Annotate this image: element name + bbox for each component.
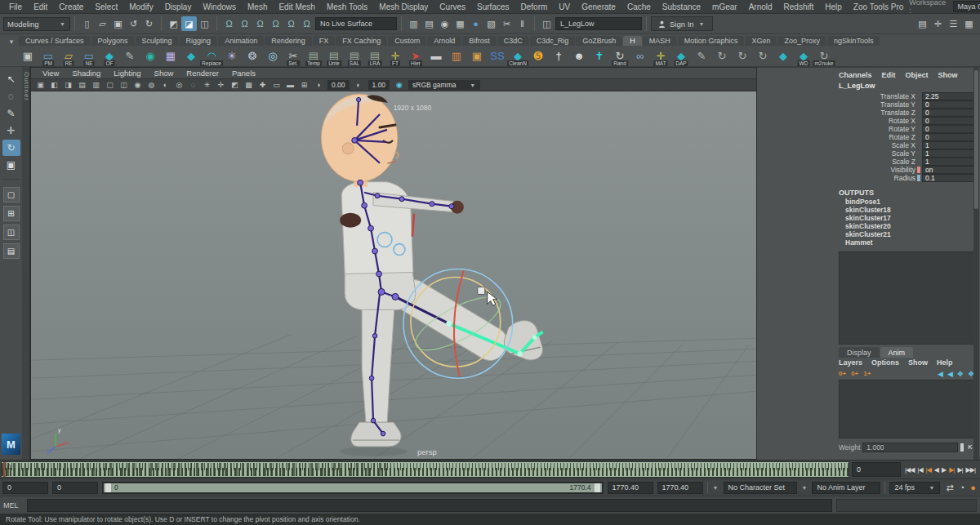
layer-editor-menu[interactable]: Help	[937, 358, 962, 367]
depth-of-field-icon[interactable]: ✛	[214, 79, 228, 91]
channel-box-scrollbar[interactable]	[973, 68, 979, 460]
channel-box-menu[interactable]: Channels	[839, 71, 882, 79]
menu-item[interactable]: Generate	[576, 2, 621, 11]
sal-icon[interactable]: ▤ SAL	[345, 46, 364, 66]
output-node[interactable]: bindPose1	[839, 198, 974, 206]
menu-item[interactable]: Create	[53, 2, 89, 11]
shelf-tab[interactable]: FX	[313, 36, 336, 46]
menu-item[interactable]: Zoo Tools Pro	[848, 2, 910, 11]
roller-icon[interactable]: ▬	[426, 46, 446, 66]
shelf-tab[interactable]: Bifrost	[462, 36, 497, 46]
render-view-icon[interactable]: ▥	[406, 16, 421, 31]
menu-item[interactable]: mGear	[706, 2, 743, 11]
five-coin-icon[interactable]: ➎	[528, 46, 548, 66]
snap-grid-icon[interactable]: Ω	[221, 16, 237, 31]
cluster-icon[interactable]: ❂	[243, 46, 262, 66]
mat-icon[interactable]: ✛ MAT	[651, 46, 670, 66]
command-language-toggle[interactable]: MEL	[3, 501, 23, 509]
go-to-start-button[interactable]: |◀◀	[904, 466, 915, 474]
cyan-cross-icon[interactable]: ✝	[590, 46, 609, 66]
multisample-icon[interactable]: ✳	[200, 79, 214, 91]
layer-editor-tab[interactable]: Anim	[880, 347, 914, 358]
shelf-tab[interactable]: C3dC	[497, 36, 529, 46]
command-input[interactable]	[27, 499, 832, 512]
go-to-end-button[interactable]: ▶▶|	[965, 466, 976, 474]
shelf-tab[interactable]: Motion Graphics	[678, 36, 745, 46]
brush-icon[interactable]: ✎	[120, 46, 140, 66]
hier-icon[interactable]: ➤ Hier	[406, 46, 425, 66]
channel-box-object-name[interactable]: L_LegLow	[839, 82, 974, 92]
outliner-strip[interactable]: Outliner	[22, 67, 30, 460]
cleann-icon[interactable]: ◆ CleanN	[508, 46, 528, 66]
menu-item[interactable]: Substance	[657, 2, 706, 11]
lock-camera-icon[interactable]: ◧	[47, 79, 61, 91]
modeling-toolkit-icon[interactable]: ▤	[915, 16, 930, 31]
channel-box-menu[interactable]: Edit	[882, 71, 906, 79]
step-back-frame-button[interactable]: |◀	[925, 466, 932, 474]
shelf-gear-icon[interactable]: ▾	[5, 38, 18, 46]
single-pane-layout[interactable]: ▢	[3, 187, 20, 202]
playback-end-field[interactable]: 1770.40	[608, 482, 653, 494]
snowflake-icon[interactable]: ✳	[222, 46, 242, 66]
create-layer-from-selected-icon[interactable]: 0+	[851, 370, 858, 377]
step-forward-frame-button[interactable]: ▶|	[948, 466, 955, 474]
menu-item[interactable]: Mesh Display	[373, 2, 434, 11]
pause-viewport-icon[interactable]: ‖	[514, 16, 530, 31]
menu-item[interactable]: Redshift	[778, 2, 820, 11]
shadows-icon[interactable]: ◐	[158, 79, 172, 91]
channel-box-toggle-icon[interactable]: ☰	[946, 16, 961, 31]
dual-panel-icon[interactable]: ◫	[539, 16, 555, 31]
auto-key-icon[interactable]: ●	[969, 483, 978, 492]
menu-set-dropdown[interactable]: Modeling ▼	[3, 17, 70, 31]
divider[interactable]	[216, 16, 217, 31]
menu-item[interactable]: Windows	[197, 2, 242, 11]
play-forwards-button[interactable]: ▶	[941, 466, 947, 474]
current-frame-field[interactable]: 0	[852, 462, 901, 477]
shelf-tab[interactable]: Rigging	[180, 36, 218, 46]
shelf-tab[interactable]: Animation	[218, 36, 264, 46]
maya2-icon[interactable]: ◆	[773, 46, 793, 66]
motion-blur-icon[interactable]: ◌	[186, 79, 200, 91]
range-start-handle[interactable]	[105, 483, 111, 492]
render-settings-icon[interactable]: ▦	[452, 16, 468, 31]
sign-in-button[interactable]: Sign In ▼	[651, 16, 713, 31]
range-end-handle[interactable]	[595, 483, 600, 492]
workspace-select[interactable]: Maya Classic* ▼	[953, 1, 980, 12]
plug-icon[interactable]: ▥	[447, 46, 466, 66]
paint-select-tool[interactable]: ✎	[2, 105, 20, 122]
paint-effects-icon[interactable]: ✂	[499, 16, 514, 31]
divider[interactable]	[534, 16, 535, 31]
play-backwards-button[interactable]: ◀	[933, 466, 939, 474]
pen-icon[interactable]: ✎	[692, 46, 711, 66]
menu-item[interactable]: Modify	[123, 2, 158, 11]
shelf-tab[interactable]: XGen	[745, 36, 777, 46]
viewport-canvas[interactable]: y 1920 x 1080 persp	[31, 91, 756, 459]
viewport-menu[interactable]: Panels	[225, 69, 262, 78]
viewport-menu[interactable]: View	[36, 69, 65, 78]
isolate-select-icon[interactable]: ◩	[228, 79, 242, 91]
maya-app-icon[interactable]: ◆	[181, 46, 201, 66]
playback-start-field[interactable]: 0	[52, 482, 98, 494]
output-node[interactable]: skinCluster20	[839, 222, 974, 230]
step-forward-key-button[interactable]: ▶|	[956, 466, 963, 474]
ft-icon[interactable]: ✛ FT	[385, 46, 405, 66]
image-plane-icon[interactable]: ▥	[89, 79, 103, 91]
two-pane-layout[interactable]: ◫	[3, 225, 20, 240]
select-component-icon[interactable]: ◫	[197, 16, 212, 31]
screen-ao-icon[interactable]: ◎	[172, 79, 186, 91]
chevron-down-icon[interactable]: ▼	[712, 485, 719, 491]
loop3-icon[interactable]: ↻	[753, 46, 773, 66]
dap-icon[interactable]: ◆ DAP	[671, 46, 691, 66]
shelf-tab[interactable]: Rendering	[265, 36, 312, 46]
fps-dropdown[interactable]: 24 fps ▼	[889, 482, 940, 494]
outliner-pane-layout[interactable]: ▤	[3, 243, 20, 259]
attribute-editor-toggle-icon[interactable]: ▦	[961, 16, 977, 31]
output-node[interactable]: Hammet	[839, 238, 974, 247]
perry-icon[interactable]: ◉	[140, 46, 160, 66]
make-live-icon[interactable]: Ω	[299, 16, 314, 31]
channel-box-menu[interactable]: Object	[906, 71, 938, 79]
colorspace-dropdown[interactable]: sRGB gamma ▼	[408, 80, 480, 90]
open-scene-icon[interactable]: ▱	[95, 16, 110, 31]
shelf-tab[interactable]: Sculpting	[136, 36, 179, 46]
shaded-icon[interactable]: ◫	[117, 79, 131, 91]
